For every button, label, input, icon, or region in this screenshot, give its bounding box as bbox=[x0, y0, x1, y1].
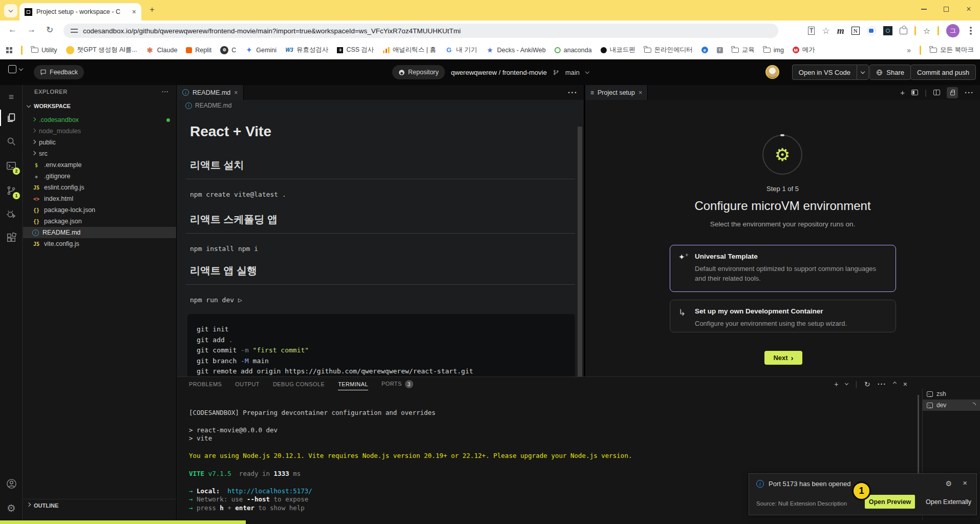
restart-icon[interactable]: ↻ bbox=[864, 380, 870, 388]
bookmark-item[interactable]: 내코드펜 bbox=[601, 46, 635, 54]
panel-more-icon[interactable]: ··· bbox=[878, 380, 886, 388]
bookmark-item[interactable]: Replit bbox=[186, 47, 211, 54]
menu-icon[interactable]: ≡ bbox=[0, 87, 23, 108]
site-settings-icon[interactable] bbox=[71, 28, 78, 34]
editor-scrollbar[interactable] bbox=[578, 127, 582, 376]
feedback-button[interactable]: Feedback bbox=[34, 65, 84, 79]
repo-path[interactable]: qwerewqwerew / frontend-movie bbox=[451, 69, 547, 76]
share-button[interactable]: Share bbox=[869, 65, 911, 80]
branch-name[interactable]: main bbox=[565, 69, 580, 76]
chevron-down-icon[interactable] bbox=[585, 69, 589, 73]
notion-icon[interactable]: N bbox=[851, 27, 860, 35]
explorer-activity-icon[interactable] bbox=[0, 108, 23, 128]
debug-activity-icon[interactable] bbox=[0, 204, 23, 224]
file-row-gitignore[interactable]: ◆.gitignore bbox=[23, 171, 176, 182]
open-preview-button[interactable]: Open Preview bbox=[865, 495, 915, 509]
commit-and-push-button[interactable]: Commit and push bbox=[910, 65, 976, 80]
translate-icon[interactable]: T bbox=[808, 27, 815, 35]
terminal-activity-icon[interactable]: 2 bbox=[0, 156, 23, 176]
file-row-public[interactable]: public bbox=[23, 137, 176, 148]
apps-grid-icon[interactable] bbox=[6, 47, 12, 53]
terminal-scrollbar[interactable] bbox=[918, 395, 919, 477]
search-activity-icon[interactable] bbox=[0, 131, 23, 152]
explorer-more-icon[interactable]: ··· bbox=[162, 89, 169, 95]
close-panel-icon[interactable]: × bbox=[903, 380, 907, 388]
file-row-package-lock[interactable]: {}package-lock.json bbox=[23, 204, 176, 216]
file-row-vite-config[interactable]: JSvite.config.js bbox=[23, 238, 176, 249]
bookmark-star-icon[interactable]: ☆ bbox=[822, 26, 829, 36]
window-close-button[interactable]: × bbox=[957, 0, 980, 18]
extension-m-icon[interactable]: m bbox=[837, 26, 844, 36]
bookmark-item[interactable]: T bbox=[717, 47, 723, 53]
split-editor-icon[interactable] bbox=[933, 90, 940, 95]
next-button[interactable]: Next› bbox=[764, 351, 802, 365]
tab-close-icon[interactable]: × bbox=[234, 89, 238, 96]
notification-settings-icon[interactable]: ⚙ bbox=[945, 479, 952, 488]
run-icon[interactable]: ▷ bbox=[238, 296, 242, 304]
tab-output[interactable]: OUTPUT bbox=[235, 381, 260, 390]
bookmark-item[interactable]: img bbox=[763, 47, 784, 54]
tab-readme[interactable]: i README.md × bbox=[177, 85, 244, 100]
bookmark-item[interactable]: ✱Claude bbox=[146, 46, 178, 54]
forward-button[interactable]: → bbox=[27, 25, 36, 35]
lock-button[interactable] bbox=[947, 87, 958, 98]
workspace-section[interactable]: WORKSPACE bbox=[23, 100, 176, 112]
bookmark-item[interactable]: 애널리틱스 | 홈 bbox=[383, 46, 436, 54]
bookmark-item[interactable]: G내 기기 bbox=[445, 46, 477, 54]
bookmark-item[interactable]: 3CSS 검사 bbox=[337, 46, 374, 54]
file-row-readme[interactable]: iREADME.md bbox=[23, 227, 176, 238]
bookmark-item[interactable]: e bbox=[701, 47, 708, 53]
bookmark-item[interactable]: ⚙C bbox=[220, 46, 236, 54]
maximize-panel-icon[interactable] bbox=[893, 382, 897, 385]
bookmark-item[interactable]: ✦Gemini bbox=[245, 46, 276, 54]
file-row-codesandbox[interactable]: .codesandbox bbox=[23, 114, 176, 125]
repository-button[interactable]: Repository bbox=[392, 65, 445, 79]
open-externally-button[interactable]: Open Externally bbox=[926, 495, 971, 509]
reload-button[interactable]: ↻ bbox=[46, 25, 53, 35]
extensions-activity-icon[interactable] bbox=[0, 227, 23, 248]
file-row-package-json[interactable]: {}package.json bbox=[23, 216, 176, 227]
open-in-vscode-dropdown[interactable] bbox=[857, 65, 869, 80]
notification-close-icon[interactable]: × bbox=[963, 478, 967, 487]
file-row-node-modules[interactable]: node_modules bbox=[23, 125, 176, 137]
shell-zsh[interactable]: ›_ zsh bbox=[923, 388, 980, 400]
tab-close-icon[interactable]: × bbox=[638, 89, 642, 96]
new-tab-icon[interactable]: + bbox=[900, 88, 905, 97]
bookmark-item[interactable]: Utility bbox=[31, 47, 57, 54]
new-terminal-icon[interactable]: + bbox=[834, 380, 838, 388]
bookmarks-overflow-icon[interactable]: » bbox=[907, 46, 911, 54]
window-minimize-button[interactable] bbox=[912, 0, 935, 18]
card-universal-template[interactable]: ✦✧ Universal Template Default environmen… bbox=[670, 245, 896, 292]
tab-search-button[interactable] bbox=[4, 4, 17, 17]
open-in-vscode-button[interactable]: Open in VS Code bbox=[792, 65, 869, 80]
browser-menu-icon[interactable] bbox=[970, 30, 972, 32]
account-icon[interactable] bbox=[0, 473, 23, 494]
settings-gear-icon[interactable]: ⚙ bbox=[0, 498, 23, 518]
terminal-dropdown-icon[interactable] bbox=[845, 382, 848, 385]
back-button[interactable]: ← bbox=[8, 25, 17, 35]
react-devtools-icon[interactable] bbox=[883, 26, 892, 35]
bookmark-item[interactable]: 교육 bbox=[732, 46, 755, 54]
bookmark-item[interactable]: 챗GPT 생성형 AI를... bbox=[66, 46, 137, 54]
browser-tab[interactable]: Project setup - workspace - C × bbox=[19, 3, 141, 20]
card-dev-container[interactable]: ↳ Set up my own Development Container Co… bbox=[670, 300, 896, 332]
bookmark-item[interactable]: M메가 bbox=[793, 46, 815, 54]
all-bookmarks[interactable]: 모든 북마크 bbox=[930, 46, 974, 54]
user-avatar[interactable] bbox=[765, 65, 779, 79]
address-bar[interactable]: codesandbox.io/p/github/qwerewqwerew/fro… bbox=[63, 24, 778, 38]
bookmark-item[interactable]: 온라인에디터 bbox=[644, 46, 693, 54]
extensions-puzzle-icon[interactable] bbox=[900, 28, 907, 34]
file-row-src[interactable]: src bbox=[23, 148, 176, 159]
bookmark-item[interactable]: ★Decks - AnkiWeb bbox=[486, 46, 546, 54]
tab-debug-console[interactable]: DEBUG CONSOLE bbox=[273, 381, 325, 390]
tab-close-icon[interactable]: × bbox=[132, 8, 136, 16]
bookmark-item[interactable]: anaconda bbox=[555, 47, 592, 54]
window-maximize-button[interactable] bbox=[935, 0, 957, 18]
chat-extension-icon[interactable] bbox=[867, 26, 876, 35]
outline-section[interactable]: OUTLINE bbox=[23, 499, 176, 511]
tab-ports[interactable]: PORTS3 bbox=[381, 380, 413, 391]
bookmark-item[interactable]: W3유효성검사 bbox=[285, 46, 329, 54]
extension-star-icon[interactable]: ☆ bbox=[923, 26, 930, 36]
breadcrumb[interactable]: i README.md bbox=[177, 100, 584, 111]
file-row-index-html[interactable]: <>index.html bbox=[23, 193, 176, 204]
